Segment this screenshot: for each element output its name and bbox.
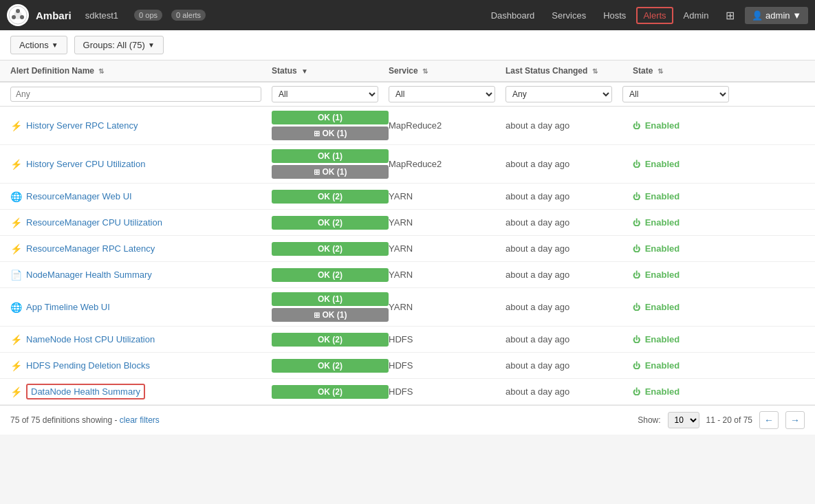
bolt-icon: ⚡ <box>10 243 22 254</box>
state-cell: ⏻ Enabled <box>633 386 805 397</box>
alert-name-link[interactable]: 📄 NodeManager Health Summary <box>10 270 272 281</box>
service-cell: MapReduce2 <box>389 159 506 169</box>
groups-button[interactable]: Groups: All (75) <box>74 36 164 54</box>
col-header-status: Status ▼ <box>272 66 389 76</box>
pagination-prev-button[interactable]: ← <box>759 411 779 429</box>
service-cell: MapReduce2 <box>389 120 506 131</box>
state-cell: ⏻ Enabled <box>633 120 805 131</box>
sort-service-icon[interactable]: ⇅ <box>422 67 428 75</box>
globe-icon: 🌐 <box>10 302 22 313</box>
status-cell: OK (1) ⊞ OK (1) <box>272 292 389 322</box>
footer-pagination: Show: 10 25 50 11 - 20 of 75 ← → <box>638 411 805 429</box>
last-status-cell: about a day ago <box>506 334 633 344</box>
alert-name-link[interactable]: ⚡ DataNode Health Summary <box>10 384 272 399</box>
table-row: ⚡ History Server RPC Latency OK (1) ⊞ OK… <box>0 107 815 145</box>
status-badge-gray[interactable]: ⊞ OK (1) <box>272 127 389 140</box>
table-row: ⚡ HDFS Pending Deletion Blocks OK (2) HD… <box>0 353 815 379</box>
last-status-cell: about a day ago <box>506 302 633 312</box>
status-badge-ok[interactable]: OK (2) <box>272 333 389 347</box>
last-status-cell: about a day ago <box>506 270 633 280</box>
service-cell: YARN <box>389 270 506 280</box>
alerts-table: Alert Definition Name ⇅ Status ▼ Service… <box>0 61 815 405</box>
status-badge-gray[interactable]: ⊞ OK (1) <box>272 308 389 322</box>
pagination-range: 11 - 20 of 75 <box>706 415 752 425</box>
power-icon: ⏻ <box>633 122 640 130</box>
navbar-admin[interactable]: Admin <box>677 7 716 24</box>
last-status-cell: about a day ago <box>506 243 633 254</box>
power-icon: ⏻ <box>633 160 640 168</box>
table-row: 🌐 ResourceManager Web UI OK (2) YARN abo… <box>0 184 815 210</box>
status-badge-ok[interactable]: OK (2) <box>272 242 389 256</box>
sort-last-status-icon[interactable]: ⇅ <box>592 67 598 75</box>
navbar-alerts[interactable]: Alerts <box>636 7 673 24</box>
status-badge-ok[interactable]: OK (2) <box>272 359 389 373</box>
service-cell: HDFS <box>389 334 506 344</box>
pagination-next-button[interactable]: → <box>785 411 805 429</box>
table-footer: 75 of 75 definitions showing - clear fil… <box>0 405 815 435</box>
sort-state-icon[interactable]: ⇅ <box>658 67 663 75</box>
alert-name-link[interactable]: ⚡ NameNode Host CPU Utilization <box>10 334 272 345</box>
bolt-icon: ⚡ <box>10 120 22 131</box>
bolt-icon: ⚡ <box>10 334 22 345</box>
alert-name-link[interactable]: ⚡ History Server CPU Utilization <box>10 159 272 170</box>
state-cell: ⏻ Enabled <box>633 191 805 201</box>
toolbar: Actions Groups: All (75) <box>0 30 815 61</box>
status-badge-ok[interactable]: OK (1) <box>272 149 389 163</box>
service-cell: YARN <box>389 191 506 201</box>
table-row: ⚡ ResourceManager CPU Utilization OK (2)… <box>0 210 815 236</box>
status-badge-ok[interactable]: OK (2) <box>272 385 389 399</box>
show-count-select[interactable]: 10 25 50 <box>668 412 699 428</box>
actions-button[interactable]: Actions <box>10 36 67 54</box>
bolt-icon: ⚡ <box>10 217 22 228</box>
filter-service-select[interactable]: All <box>389 86 495 102</box>
alert-name-link[interactable]: ⚡ HDFS Pending Deletion Blocks <box>10 360 272 371</box>
col-header-last-status: Last Status Changed ⇅ <box>506 66 633 76</box>
status-cell: OK (2) <box>272 359 389 373</box>
service-cell: HDFS <box>389 360 506 371</box>
brand-name: Ambari <box>36 10 72 21</box>
power-icon: ⏻ <box>633 271 640 279</box>
filter-row: All All Any All <box>0 83 815 107</box>
alert-name-link[interactable]: ⚡ ResourceManager CPU Utilization <box>10 217 272 228</box>
plus-icon: ⊞ <box>314 311 320 320</box>
navbar-services[interactable]: Services <box>545 7 593 24</box>
status-badge-ok[interactable]: OK (2) <box>272 216 389 230</box>
table-header: Alert Definition Name ⇅ Status ▼ Service… <box>0 61 815 83</box>
bolt-icon: ⚡ <box>10 159 22 170</box>
table-row: 🌐 App Timeline Web UI OK (1) ⊞ OK (1) YA… <box>0 288 815 327</box>
filter-state-select[interactable]: All <box>622 86 729 102</box>
plus-icon: ⊞ <box>314 129 320 138</box>
alert-name-link[interactable]: ⚡ ResourceManager RPC Latency <box>10 243 272 254</box>
state-cell: ⏻ Enabled <box>633 243 805 254</box>
admin-button[interactable]: 👤 admin ▼ <box>745 7 808 24</box>
power-icon: ⏻ <box>633 245 640 253</box>
globe-icon: 🌐 <box>10 191 22 202</box>
filter-status-select[interactable]: All <box>272 86 378 102</box>
status-badge-ok[interactable]: OK (1) <box>272 111 389 124</box>
alert-name-link[interactable]: 🌐 ResourceManager Web UI <box>10 191 272 202</box>
status-badge-ok[interactable]: OK (2) <box>272 268 389 282</box>
alert-name-link[interactable]: ⚡ History Server RPC Latency <box>10 120 272 131</box>
state-cell: ⏻ Enabled <box>633 334 805 344</box>
instance-name: sdktest1 <box>78 7 125 24</box>
brand-logo <box>7 4 29 26</box>
table-row: ⚡ DataNode Health Summary OK (2) HDFS ab… <box>0 379 815 405</box>
status-badge-ok[interactable]: OK (2) <box>272 190 389 204</box>
sort-status-icon[interactable]: ▼ <box>301 67 308 75</box>
last-status-cell: about a day ago <box>506 386 633 397</box>
sort-name-icon[interactable]: ⇅ <box>98 67 104 75</box>
alert-name-link[interactable]: 🌐 App Timeline Web UI <box>10 302 272 313</box>
svg-point-3 <box>20 15 24 19</box>
filter-last-status-select[interactable]: Any <box>506 86 612 102</box>
filter-name-input[interactable] <box>10 87 261 102</box>
alert-name-highlighted[interactable]: DataNode Health Summary <box>26 384 145 399</box>
navbar-hosts[interactable]: Hosts <box>596 7 633 24</box>
doc-icon: 📄 <box>10 270 22 281</box>
navbar-dashboard[interactable]: Dashboard <box>484 7 542 24</box>
state-cell: ⏻ Enabled <box>633 159 805 169</box>
navbar: Ambari sdktest1 0 ops 0 alerts Dashboard… <box>0 0 815 30</box>
grid-icon[interactable]: ⊞ <box>722 6 738 25</box>
clear-filters-link[interactable]: clear filters <box>120 415 160 425</box>
status-badge-ok[interactable]: OK (1) <box>272 292 389 306</box>
status-badge-gray[interactable]: ⊞ OK (1) <box>272 165 389 179</box>
